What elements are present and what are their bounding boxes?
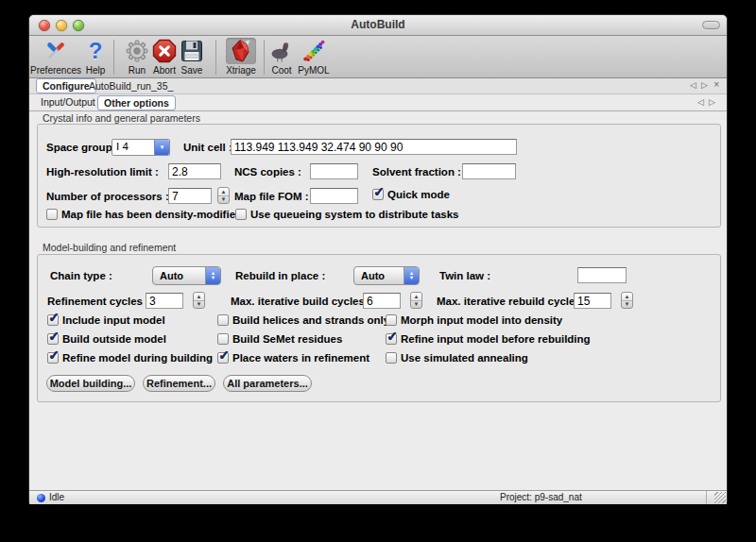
- max-rebuild-cycles-field[interactable]: [574, 293, 611, 309]
- zoom-button[interactable]: [73, 20, 84, 31]
- checkbox-label: Build SeMet residues: [232, 333, 342, 345]
- checkbox-box: [46, 209, 58, 220]
- toolbar-item-run[interactable]: Run: [122, 38, 152, 76]
- toolbar-toggle-pill[interactable]: [702, 21, 720, 29]
- checkbox-label: Map file has been density-modified: [61, 209, 242, 220]
- unit-cell-field[interactable]: [231, 139, 517, 155]
- close-button[interactable]: [39, 20, 50, 31]
- num-processors-field[interactable]: [168, 188, 212, 204]
- checkbox-label: Build helices and strands only: [232, 314, 389, 326]
- checkbox-queueing-system[interactable]: Use queueing system to distribute tasks: [235, 209, 458, 220]
- checkbox-refine-during-building[interactable]: Refine model during building: [47, 352, 213, 364]
- help-question-icon: ?: [80, 38, 111, 64]
- title-bar[interactable]: AutoBuild: [29, 15, 727, 36]
- checkbox-simulated-annealing[interactable]: Use simulated annealing: [386, 352, 528, 364]
- checkbox-morph-input-model[interactable]: Morph input model into density: [386, 314, 562, 326]
- map-fom-field[interactable]: [310, 188, 358, 204]
- max-build-cycles-stepper[interactable]: ▲▼: [410, 292, 422, 309]
- high-res-field[interactable]: [168, 163, 221, 179]
- checkbox-box: [372, 189, 384, 200]
- toolbar-item-xtriage[interactable]: Xtriage: [226, 38, 256, 76]
- toolbar: Preferences ? Help Run: [29, 36, 727, 78]
- tab-input-output[interactable]: Input/Output: [35, 95, 101, 109]
- group-title-crystal-info: Crystal info and general parameters: [43, 112, 200, 124]
- toolbar-item-label: PyMOL: [298, 65, 329, 76]
- toolbar-item-label: Xtriage: [226, 65, 256, 76]
- checkbox-label: Refine input model before rebuilding: [401, 333, 591, 345]
- checkbox-quick-mode[interactable]: Quick mode: [372, 189, 450, 200]
- twin-law-field[interactable]: [577, 267, 627, 283]
- tab-autobuild-run[interactable]: AutoBuild_run_35_: [83, 79, 179, 93]
- space-group-value: I 4: [112, 140, 154, 155]
- checkbox-place-waters[interactable]: Place waters in refinement: [217, 352, 369, 364]
- checkbox-box: [47, 314, 59, 326]
- checkbox-density-modified[interactable]: Map file has been density-modified: [46, 209, 242, 220]
- checkbox-box: [47, 352, 59, 364]
- window-title: AutoBuild: [29, 15, 727, 35]
- toolbar-item-label: Save: [181, 65, 203, 76]
- main-tab-bar: Configure AutoBuild_run_35_ ◁ ▷ ×: [29, 78, 727, 94]
- rebuild-in-place-label: Rebuild in place :: [235, 270, 325, 281]
- checkbox-label: Morph input model into density: [401, 314, 562, 326]
- tab-nav-right-icon[interactable]: ▷: [701, 80, 708, 90]
- refinement-cycles-stepper[interactable]: ▲▼: [193, 292, 205, 309]
- updown-arrows-icon[interactable]: ▲▼: [205, 267, 220, 284]
- all-parameters-button[interactable]: All parameters...: [223, 375, 312, 392]
- resize-grip[interactable]: [714, 492, 726, 503]
- tab-other-options[interactable]: Other options: [97, 95, 176, 110]
- space-group-select[interactable]: I 4 ▼: [112, 139, 170, 156]
- rebuild-in-place-select[interactable]: Auto ▲▼: [353, 266, 420, 285]
- xtriage-crystal-icon: [226, 38, 256, 64]
- ncs-copies-field[interactable]: [310, 163, 358, 179]
- toolbar-item-preferences[interactable]: Preferences: [30, 38, 81, 76]
- subtab-nav-left-icon[interactable]: ◁: [697, 97, 704, 107]
- max-rebuild-cycles-stepper[interactable]: ▲▼: [621, 292, 633, 309]
- chain-type-select[interactable]: Auto ▲▼: [152, 266, 221, 285]
- checkbox-label: Use queueing system to distribute tasks: [250, 209, 458, 220]
- subtab-nav-right-icon[interactable]: ▷: [709, 97, 715, 107]
- options-panel: Crystal info and general parameters Spac…: [29, 111, 727, 490]
- checkbox-refine-input-model[interactable]: Refine input model before rebuilding: [386, 333, 591, 345]
- max-build-cycles-field[interactable]: [363, 293, 401, 309]
- minimize-button[interactable]: [56, 20, 67, 31]
- num-processors-stepper[interactable]: ▲▼: [217, 187, 230, 204]
- toolbar-separator: [215, 40, 216, 75]
- checkbox-box: [235, 209, 247, 220]
- toolbar-item-label: Coot: [271, 65, 291, 76]
- toolbar-item-pymol[interactable]: PyMOL: [298, 38, 329, 76]
- model-building-button[interactable]: Model building...: [46, 375, 135, 392]
- checkbox-box: [386, 352, 397, 364]
- refinement-cycles-field[interactable]: [146, 293, 183, 309]
- rebuild-in-place-value: Auto: [354, 267, 404, 284]
- checkbox-label: Refine model during building: [62, 352, 213, 364]
- map-fom-label: Map file FOM :: [234, 191, 309, 202]
- tab-close-icon[interactable]: ×: [713, 79, 719, 90]
- toolbar-item-help[interactable]: ? Help: [80, 38, 111, 76]
- save-floppy-icon: [177, 38, 207, 64]
- statusbar-divider: [706, 491, 707, 504]
- tab-nav-left-icon[interactable]: ◁: [690, 80, 696, 90]
- toolbar-item-save[interactable]: Save: [177, 38, 207, 76]
- twin-law-label: Twin law :: [439, 270, 490, 281]
- checkbox-build-outside-model[interactable]: Build outside model: [47, 333, 166, 345]
- toolbar-item-coot[interactable]: Coot: [266, 38, 297, 76]
- checkbox-include-input-model[interactable]: Include input model: [47, 314, 165, 326]
- chain-type-label: Chain type :: [50, 270, 112, 281]
- checkbox-box: [386, 333, 397, 345]
- checkbox-box: [47, 333, 59, 345]
- chevron-down-icon[interactable]: ▼: [154, 140, 169, 155]
- updown-arrows-icon[interactable]: ▲▼: [404, 267, 419, 284]
- checkbox-label: Include input model: [62, 314, 165, 326]
- checkbox-label: Use simulated annealing: [401, 352, 528, 364]
- group-title-model-building: Model-building and refinement: [43, 242, 176, 253]
- max-build-cycles-label: Max. iterative build cycles :: [231, 296, 371, 307]
- solvent-fraction-field[interactable]: [462, 163, 516, 179]
- refinement-button[interactable]: Refinement...: [143, 375, 215, 392]
- checkbox-build-helices-strands[interactable]: Build helices and strands only: [217, 314, 389, 326]
- coot-bird-icon: [266, 38, 297, 64]
- toolbar-separator: [113, 40, 114, 75]
- toolbar-item-abort[interactable]: Abort: [149, 38, 180, 76]
- checkbox-build-semet[interactable]: Build SeMet residues: [217, 333, 342, 345]
- checkbox-box: [217, 314, 229, 326]
- toolbar-item-label: Abort: [153, 65, 176, 76]
